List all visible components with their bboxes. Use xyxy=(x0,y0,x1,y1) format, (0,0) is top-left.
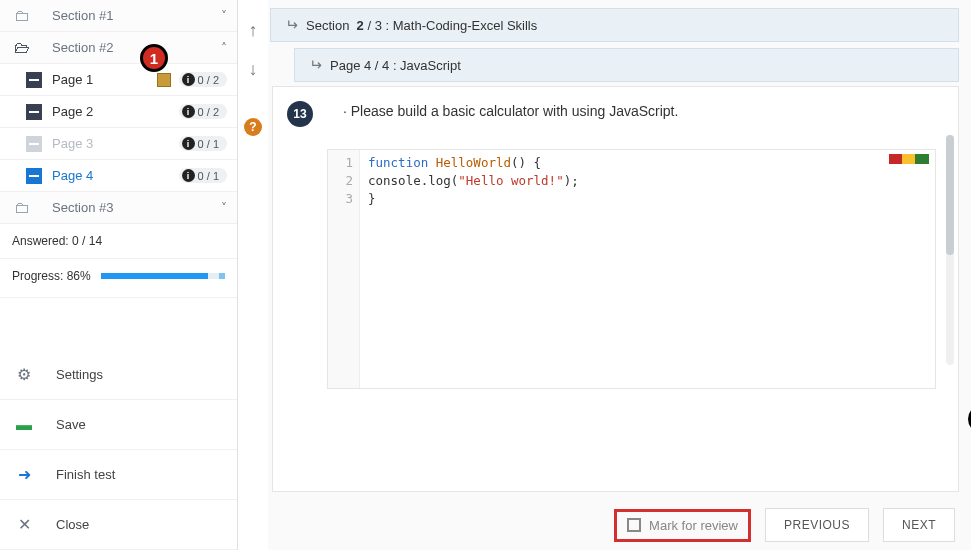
section-1[interactable]: 🗀 Section #1 ˅ xyxy=(0,0,237,32)
sidebar: 🗀 Section #1 ˅ 🗁 Section #2 ˄ Page 1 i0 … xyxy=(0,0,238,550)
page-label: Page 4 xyxy=(52,168,179,183)
review-marker-icon xyxy=(157,73,171,87)
chevron-down-icon: ˅ xyxy=(221,9,227,23)
finish-test-button[interactable]: ➜ Finish test xyxy=(0,450,237,500)
scroll-down-button[interactable]: ↓ xyxy=(249,59,258,80)
mark-for-review-checkbox[interactable]: Mark for review xyxy=(614,509,751,542)
section-label: Section #1 xyxy=(52,8,221,23)
answered-summary: Answered: 0 / 14 xyxy=(0,224,237,259)
page-icon xyxy=(26,136,42,152)
annotation-1: 1 xyxy=(140,44,168,72)
next-button[interactable]: NEXT xyxy=(883,508,955,542)
page-label: Page 2 xyxy=(52,104,179,119)
answer-counter: i0 / 2 xyxy=(179,104,227,119)
section-label: Section #2 xyxy=(52,40,221,55)
scroll-up-button[interactable]: ↑ xyxy=(249,20,258,41)
question-number-badge: 13 xyxy=(287,101,313,127)
page-icon xyxy=(26,168,42,184)
page-row-3[interactable]: Page 3 i0 / 1 xyxy=(0,128,237,160)
folder-open-icon: 🗁 xyxy=(14,39,34,57)
code-text[interactable]: function HelloWorld() { console.log("Hel… xyxy=(360,150,587,388)
previous-button[interactable]: PREVIOUS xyxy=(765,508,869,542)
breadcrumb-page: ↵ Page 4 / 4 : JavaScript xyxy=(294,48,959,82)
info-icon: i xyxy=(182,105,195,118)
return-icon: ↵ xyxy=(309,56,322,74)
save-icon: ▬ xyxy=(14,416,34,434)
question-content: 13 · Please build a basic calculator wit… xyxy=(272,86,959,492)
settings-button[interactable]: ⚙ Settings xyxy=(0,350,237,400)
progress-bar xyxy=(101,273,225,279)
page-row-2[interactable]: Page 2 i0 / 2 xyxy=(0,96,237,128)
info-icon: i xyxy=(182,73,195,86)
save-button[interactable]: ▬ Save xyxy=(0,400,237,450)
info-icon: i xyxy=(182,169,195,182)
answer-counter: i0 / 1 xyxy=(179,136,227,151)
code-editor[interactable]: 123 function HelloWorld() { console.log(… xyxy=(327,149,936,389)
action-bar: Mark for review PREVIOUS NEXT xyxy=(270,492,959,542)
main-panel: ↵ Section 2 / 3 : Math-Coding-Excel Skil… xyxy=(268,0,971,550)
close-icon: ✕ xyxy=(14,515,34,534)
section-label: Section #3 xyxy=(52,200,221,215)
scrollbar[interactable] xyxy=(946,135,954,365)
gear-icon: ⚙ xyxy=(14,365,34,384)
exit-icon: ➜ xyxy=(14,465,34,484)
progress-row: Progress: 86% xyxy=(0,259,237,298)
answer-counter: i0 / 1 xyxy=(179,168,227,183)
page-label: Page 1 xyxy=(52,72,157,87)
checkbox-icon[interactable] xyxy=(627,518,641,532)
page-label: Page 3 xyxy=(52,136,179,151)
answer-counter: i0 / 2 xyxy=(179,72,227,87)
folder-icon: 🗀 xyxy=(14,199,34,217)
nav-arrows: ↑ ↓ ? xyxy=(238,0,268,550)
question-text: · Please build a basic calculator with u… xyxy=(343,101,940,119)
section-3[interactable]: 🗀 Section #3 ˅ xyxy=(0,192,237,224)
chevron-down-icon: ˅ xyxy=(221,201,227,215)
info-icon: i xyxy=(182,137,195,150)
page-icon xyxy=(26,104,42,120)
return-icon: ↵ xyxy=(285,16,298,34)
folder-icon: 🗀 xyxy=(14,7,34,25)
close-button[interactable]: ✕ Close xyxy=(0,500,237,550)
progress-label: Progress: 86% xyxy=(12,269,91,283)
page-icon xyxy=(26,72,42,88)
line-gutter: 123 xyxy=(328,150,360,388)
breadcrumb-section: ↵ Section 2 / 3 : Math-Coding-Excel Skil… xyxy=(270,8,959,42)
chevron-up-icon: ˄ xyxy=(221,41,227,55)
flag-icon xyxy=(889,154,929,164)
section-2[interactable]: 🗁 Section #2 ˄ xyxy=(0,32,237,64)
page-row-4[interactable]: Page 4 i0 / 1 xyxy=(0,160,237,192)
page-row-1[interactable]: Page 1 i0 / 2 xyxy=(0,64,237,96)
help-button[interactable]: ? xyxy=(244,118,262,136)
